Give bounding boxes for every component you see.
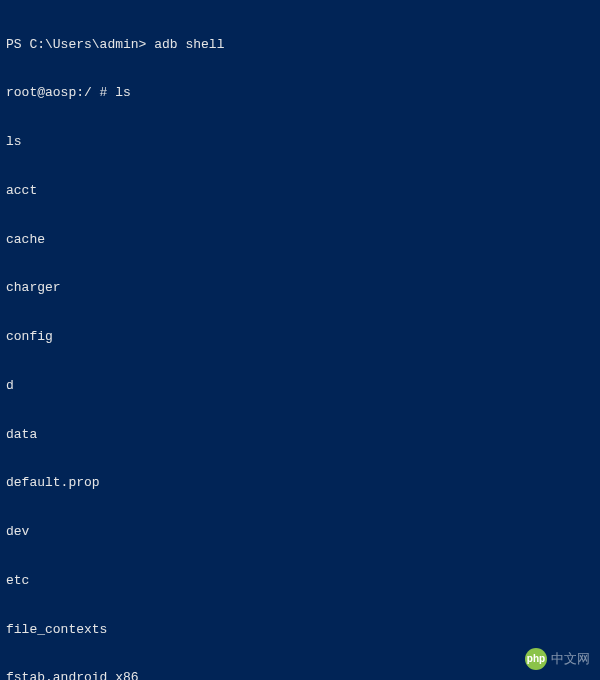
watermark: php 中文网	[525, 648, 590, 670]
root-prompt: root@aosp:/ #	[6, 85, 115, 101]
ls-entry: default.prop	[6, 475, 594, 491]
ls-entry: file_contexts	[6, 622, 594, 638]
ls-entry: acct	[6, 183, 594, 199]
command-adb-shell: adb shell	[154, 37, 224, 53]
watermark-logo-icon: php	[525, 648, 547, 670]
watermark-logo-text: php	[527, 653, 545, 666]
ls-entry: cache	[6, 232, 594, 248]
ls-entry: charger	[6, 280, 594, 296]
ls-entry: fstab.android_x86	[6, 670, 594, 680]
ls-entry: data	[6, 427, 594, 443]
prompt-line-root-ls: root@aosp:/ # ls	[6, 85, 594, 101]
echo-ls: ls	[6, 134, 594, 150]
ls-entry: d	[6, 378, 594, 394]
ls-entry: dev	[6, 524, 594, 540]
watermark-label: 中文网	[551, 651, 590, 667]
ls-entry: config	[6, 329, 594, 345]
command-ls: ls	[115, 85, 131, 101]
ls-entry: etc	[6, 573, 594, 589]
prompt-line-ps-adb: PS C:\Users\admin> adb shell	[6, 37, 594, 53]
terminal-output[interactable]: PS C:\Users\admin> adb shell root@aosp:/…	[6, 4, 594, 680]
ps-prompt: PS C:\Users\admin>	[6, 37, 154, 53]
